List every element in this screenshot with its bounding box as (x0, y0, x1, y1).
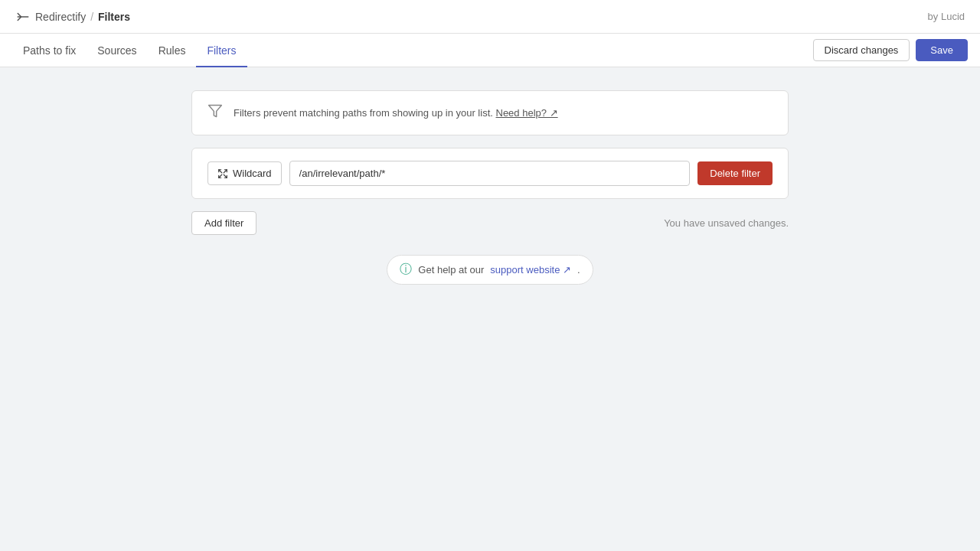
info-card-text: Filters prevent matching paths from show… (234, 107, 558, 119)
wildcard-type-button[interactable]: Wildcard (207, 161, 282, 185)
wildcard-icon (217, 168, 228, 179)
discard-changes-button[interactable]: Discard changes (813, 39, 910, 61)
app-name: Redirectify (35, 11, 86, 23)
tabs: Paths to fix Sources Rules Filters (12, 34, 247, 67)
tab-sources[interactable]: Sources (87, 34, 147, 67)
help-pill: ⓘ Get help at our support website ↗ . (387, 255, 593, 285)
tab-rules[interactable]: Rules (148, 34, 197, 67)
svg-line-1 (224, 169, 227, 172)
need-help-link[interactable]: Need help? ↗ (496, 107, 558, 119)
info-card: Filters prevent matching paths from show… (191, 90, 789, 135)
tab-filters[interactable]: Filters (196, 34, 247, 67)
support-website-link[interactable]: support website ↗ (490, 264, 571, 276)
filter-path-input[interactable] (289, 161, 691, 186)
svg-line-4 (224, 174, 227, 178)
help-widget: ⓘ Get help at our support website ↗ . (191, 255, 789, 285)
breadcrumb: Redirectify / Filters (15, 9, 130, 24)
filter-info-icon (207, 103, 223, 122)
top-bar: Redirectify / Filters by Lucid (0, 0, 980, 34)
unsaved-changes-text: You have unsaved changes. (664, 217, 789, 229)
delete-filter-button[interactable]: Delete filter (697, 161, 773, 185)
tab-bar: Paths to fix Sources Rules Filters Disca… (0, 34, 980, 67)
help-text: Get help at our (418, 264, 484, 276)
help-suffix: . (577, 264, 580, 276)
app-icon (15, 9, 31, 24)
filter-card: Wildcard Delete filter (191, 148, 789, 199)
page-title: Filters (98, 11, 130, 23)
help-icon: ⓘ (400, 262, 412, 278)
svg-line-3 (219, 174, 222, 178)
filter-row: Wildcard Delete filter (207, 161, 773, 186)
main-content: Filters prevent matching paths from show… (191, 90, 789, 285)
svg-line-2 (219, 169, 222, 172)
add-filter-button[interactable]: Add filter (191, 211, 256, 235)
save-button[interactable]: Save (916, 39, 968, 61)
svg-marker-0 (209, 106, 222, 117)
tab-actions: Discard changes Save (813, 39, 968, 61)
wildcard-label: Wildcard (233, 168, 272, 179)
tab-paths[interactable]: Paths to fix (12, 34, 87, 67)
by-label: by Lucid (928, 11, 965, 22)
bottom-row: Add filter You have unsaved changes. (191, 211, 789, 235)
breadcrumb-separator: / (90, 11, 93, 23)
